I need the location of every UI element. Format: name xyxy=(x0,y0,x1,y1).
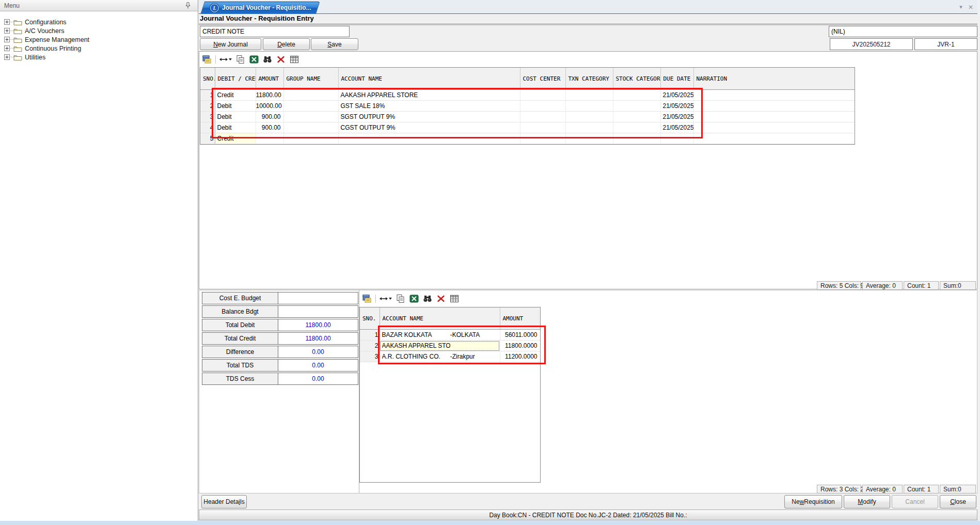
export-icon[interactable] xyxy=(362,294,372,303)
narration-input[interactable]: (NIL) xyxy=(829,26,977,37)
cell-amount[interactable] xyxy=(256,133,283,144)
cell-txn[interactable] xyxy=(565,101,613,112)
cell-cost-center[interactable] xyxy=(520,112,565,122)
column-width-icon[interactable] xyxy=(379,294,392,303)
cell-dc[interactable]: Credit xyxy=(215,90,256,101)
new-journal-button[interactable]: New Journal xyxy=(200,38,261,50)
cell-due-date[interactable] xyxy=(660,133,693,144)
col-stock-category[interactable]: STOCK CATEGORY xyxy=(613,68,660,90)
row-header[interactable]: 3 xyxy=(200,112,215,122)
col-sno[interactable]: SNO. xyxy=(200,68,215,90)
row-header[interactable]: 2 xyxy=(200,101,215,112)
sidebar-item-ac-vouchers[interactable]: A/C Vouchers xyxy=(0,26,198,35)
row-header[interactable]: 1 xyxy=(360,330,380,341)
cell-amount[interactable]: 11800.00 xyxy=(256,90,283,101)
header-details-button[interactable]: Header Details xyxy=(201,495,247,508)
cell-stock[interactable] xyxy=(613,133,660,144)
col-narration[interactable]: NARRATION xyxy=(693,68,855,90)
cell-cost-center[interactable] xyxy=(520,90,565,101)
cell-narration[interactable] xyxy=(693,122,855,133)
cell-dc[interactable]: Debit xyxy=(215,101,256,112)
cell-dc[interactable]: Debit xyxy=(215,122,256,133)
expand-plus-icon[interactable] xyxy=(4,28,10,34)
excel-icon[interactable] xyxy=(249,55,259,64)
cell-txn[interactable] xyxy=(565,133,613,144)
tab-close-icon[interactable]: ✕ xyxy=(967,3,975,11)
delete-row-icon[interactable] xyxy=(276,55,286,64)
cell-due-date[interactable]: 21/05/2025 xyxy=(660,122,693,133)
col-amount[interactable]: AMOUNT xyxy=(256,68,283,90)
cell-amount[interactable]: 10000.00 xyxy=(256,101,283,112)
col-txn-category[interactable]: TXN CATEGORY xyxy=(565,68,613,90)
cell-due-date[interactable]: 21/05/2025 xyxy=(660,112,693,122)
column-width-icon[interactable] xyxy=(219,55,232,64)
cell-amount[interactable]: 11800.0000 xyxy=(500,341,540,351)
sidebar-item-continuous-printing[interactable]: Continuous Printing xyxy=(0,44,198,53)
modify-button[interactable]: Modify xyxy=(844,495,890,508)
cell-cost-center[interactable] xyxy=(520,101,565,112)
cell-account[interactable]: SGST OUTPUT 9% xyxy=(338,112,520,122)
cell-cost-center[interactable] xyxy=(520,122,565,133)
save-button[interactable]: Save xyxy=(311,38,358,50)
cell-account[interactable]: CGST OUTPUT 9% xyxy=(338,122,520,133)
cell-group[interactable] xyxy=(283,112,338,122)
row-header[interactable]: 2 xyxy=(360,341,380,351)
cell-narration[interactable] xyxy=(693,90,855,101)
voucher-name-input[interactable]: CREDIT NOTE xyxy=(200,26,350,37)
row-header[interactable]: 1 xyxy=(200,90,215,101)
cell-txn[interactable] xyxy=(565,112,613,122)
tab-list-caret-icon[interactable]: ▾ xyxy=(957,3,965,11)
expand-plus-icon[interactable] xyxy=(4,54,10,60)
expand-plus-icon[interactable] xyxy=(4,45,10,51)
cell-stock[interactable] xyxy=(613,122,660,133)
sidebar-item-configurations[interactable]: Configurations xyxy=(0,18,198,26)
col-cost-center[interactable]: COST CENTER xyxy=(520,68,565,90)
cell-account[interactable]: A.R. CLOTHING CO.-Zirakpur xyxy=(380,351,500,362)
cell-due-date[interactable]: 21/05/2025 xyxy=(660,101,693,112)
cell-cost-center[interactable] xyxy=(520,133,565,144)
cell-txn[interactable] xyxy=(565,90,613,101)
delete-row-icon[interactable] xyxy=(436,294,446,303)
col-group-name[interactable]: GROUP NAME xyxy=(283,68,338,90)
cell-amount[interactable]: 56011.0000 xyxy=(500,330,540,341)
cell-dc-active[interactable]: Credit xyxy=(215,133,256,144)
copy-icon[interactable] xyxy=(235,55,246,64)
cell-stock[interactable] xyxy=(613,101,660,112)
cell-stock[interactable] xyxy=(613,112,660,122)
cell-group[interactable] xyxy=(283,90,338,101)
cell-dc[interactable]: Debit xyxy=(215,112,256,122)
cell-account-selected[interactable]: AAKASH APPAREL STORE xyxy=(380,341,500,351)
pin-icon[interactable] xyxy=(184,2,192,9)
cell-amount[interactable]: 900.00 xyxy=(256,112,283,122)
cell-narration[interactable] xyxy=(693,112,855,122)
find-icon[interactable] xyxy=(262,55,273,64)
col-sno[interactable]: SNO. xyxy=(360,307,380,330)
cell-account[interactable]: BAZAR KOLKATA-KOLKATA xyxy=(380,330,500,341)
grid-icon[interactable] xyxy=(449,294,460,303)
cell-amount[interactable]: 900.00 xyxy=(256,122,283,133)
sidebar-item-expense-management[interactable]: Expense Management xyxy=(0,35,198,44)
col-amount[interactable]: AMOUNT xyxy=(500,307,540,330)
new-requisition-button[interactable]: New Requisition xyxy=(784,495,842,508)
export-icon[interactable] xyxy=(202,55,212,64)
delete-button[interactable]: Delete xyxy=(263,38,310,50)
cell-narration[interactable] xyxy=(693,101,855,112)
cell-group[interactable] xyxy=(283,133,338,144)
cell-group[interactable] xyxy=(283,122,338,133)
cell-stock[interactable] xyxy=(613,90,660,101)
col-account-name[interactable]: ACCOUNT NAME xyxy=(380,307,500,330)
cell-txn[interactable] xyxy=(565,122,613,133)
sidebar-item-utilities[interactable]: Utilities xyxy=(0,53,198,61)
col-account-name[interactable]: ACCOUNT NAME xyxy=(338,68,520,90)
cell-group[interactable] xyxy=(283,101,338,112)
cell-account[interactable]: AAKASH APPAREL STORE xyxy=(338,90,520,101)
expand-plus-icon[interactable] xyxy=(4,19,10,25)
close-button[interactable]: Close xyxy=(940,495,976,508)
expand-plus-icon[interactable] xyxy=(4,37,10,42)
row-header[interactable]: 5 xyxy=(200,133,215,144)
cell-due-date[interactable]: 21/05/2025 xyxy=(660,90,693,101)
cell-amount[interactable]: 11200.0000 xyxy=(500,351,540,362)
row-header[interactable]: 3 xyxy=(360,351,380,362)
row-header[interactable]: 4 xyxy=(200,122,215,133)
cell-narration[interactable] xyxy=(693,133,855,144)
